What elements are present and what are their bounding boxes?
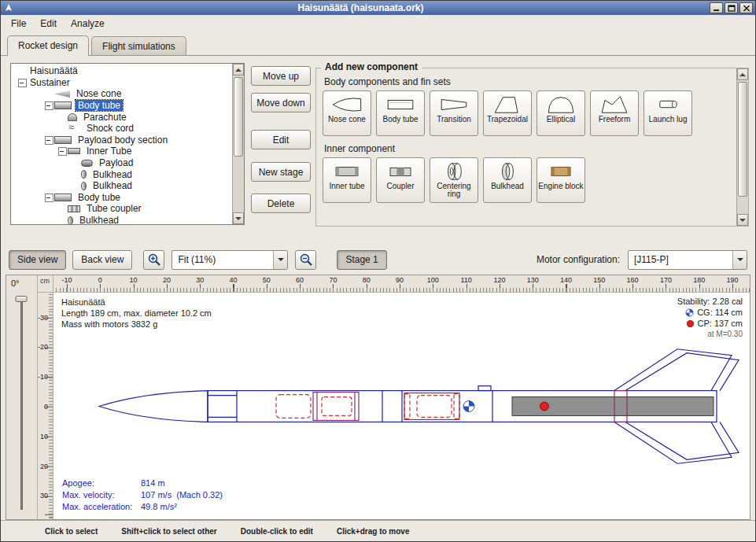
palette-scrollbar[interactable] [736, 68, 748, 226]
tree-item-haisunaata[interactable]: Haisunäätä [11, 65, 232, 77]
scrollbar-thumb[interactable] [738, 82, 747, 197]
maximize-icon [728, 5, 736, 12]
scroll-down-icon[interactable] [233, 212, 244, 224]
tree-item-bulkhead[interactable]: Bulkhead [11, 168, 232, 180]
stability-value: Stability: 2.28 cal [677, 296, 743, 307]
tree-item-nose-cone[interactable]: Nose cone [11, 88, 232, 100]
delete-button[interactable]: Delete [251, 194, 311, 213]
add-bulkhead-button[interactable]: Bulkhead [483, 157, 532, 203]
scrollbar-track[interactable] [233, 76, 244, 212]
h-ruler-label: 190 [726, 276, 738, 284]
tree-expander-icon[interactable] [44, 100, 54, 112]
close-button[interactable] [739, 2, 753, 13]
tree-indent [57, 111, 68, 123]
tab-flight-simulations[interactable]: Flight simulations [91, 36, 186, 55]
add-transition-button[interactable]: Transition [430, 90, 478, 136]
status-hint: Shift+click to select other [121, 527, 216, 536]
add-launch-lug-button[interactable]: Launch lug [644, 90, 692, 136]
v-ruler-label: -10 [38, 373, 48, 381]
tree-item-label: Payload [97, 157, 135, 168]
tree-expander-icon[interactable] [17, 77, 28, 89]
add-inner-tube-button[interactable]: Inner tube [323, 157, 371, 203]
stage-1-button[interactable]: Stage 1 [337, 250, 386, 270]
tree-item-tube-coupler[interactable]: Tube coupler [11, 203, 232, 215]
tree-item-parachute[interactable]: Parachute [11, 111, 232, 123]
zoom-out-button[interactable] [295, 250, 316, 270]
component-tree[interactable]: HaisunäätäSustainerNose coneBody tubePar… [11, 64, 232, 224]
cp-icon [686, 319, 695, 328]
scroll-up-icon[interactable] [737, 68, 748, 80]
zoom-in-button[interactable] [143, 250, 164, 270]
add-trapezoidal-button[interactable]: Trapezoidal [483, 90, 532, 136]
tree-item-inner-tube[interactable]: Inner Tube [11, 146, 232, 157]
title-bar[interactable]: Haisunäätä (haisunaata.ork) [1, 1, 755, 15]
tab-rocket-design[interactable]: Rocket design [7, 35, 89, 56]
add-coupler-button[interactable]: Coupler [376, 157, 425, 203]
motor-configuration-select[interactable]: [J115-P] [628, 250, 747, 270]
tree-item-shock-cord[interactable]: Shock cord [11, 123, 232, 135]
zoom-value: Fit (11%) [172, 251, 273, 269]
tree-item-label: Bulkhead [77, 215, 121, 224]
apogee-value: 814 m [141, 478, 165, 488]
menu-analyze[interactable]: Analyze [64, 16, 112, 31]
tree-item-body-tube[interactable]: Body tube [11, 192, 232, 204]
tree-expander-icon[interactable] [44, 192, 54, 204]
tree-expander-icon[interactable] [57, 146, 68, 157]
tab-label: Rocket design [18, 40, 78, 51]
add-elliptical-button[interactable]: Elliptical [537, 90, 585, 136]
maximize-button[interactable] [725, 2, 738, 13]
menu-bar: File Edit Analyze [1, 15, 755, 31]
freeform-icon [597, 94, 632, 115]
scroll-up-icon[interactable] [233, 64, 244, 76]
design-canvas[interactable]: Haisunäätä Length 189 cm, max. diameter … [53, 293, 750, 519]
menu-edit[interactable]: Edit [33, 16, 64, 31]
zoom-select[interactable]: Fit (11%) [171, 250, 288, 270]
cp-marker [540, 402, 549, 411]
vertical-ruler: -30-20-100102030 [38, 293, 53, 519]
add-nose-cone-button[interactable]: Nose cone [323, 90, 371, 136]
rotation-slider-handle[interactable] [16, 296, 28, 302]
h-ruler-label: 130 [527, 276, 539, 284]
rotation-slider[interactable] [20, 297, 23, 510]
new-stage-button[interactable]: New stage [251, 162, 311, 182]
h-ruler-label: 10 [130, 276, 138, 284]
scrollbar-thumb[interactable] [234, 77, 243, 157]
tree-item-body-tube[interactable]: Body tube [11, 100, 232, 112]
tree-item-bulkhead[interactable]: Bulkhead [11, 215, 232, 224]
h-ruler-label: 70 [329, 276, 337, 284]
scroll-down-icon[interactable] [737, 214, 748, 226]
move-down-button[interactable]: Move down [251, 93, 311, 112]
back-view-button[interactable]: Back view [72, 250, 132, 270]
body-tube-icon [54, 101, 72, 109]
fin-shape [614, 349, 732, 391]
edit-button[interactable]: Edit [251, 130, 311, 149]
scrollbar-track[interactable] [737, 80, 748, 214]
application-window: Haisunäätä (haisunaata.ork) File Edit An… [0, 0, 756, 542]
status-hint: Click to select [45, 527, 98, 536]
add-freeform-button[interactable]: Freeform [590, 90, 639, 136]
h-ruler-label: 160 [627, 276, 639, 284]
side-view-button[interactable]: Side view [9, 250, 66, 270]
move-up-button[interactable]: Move up [251, 66, 311, 86]
cg-icon [685, 308, 694, 317]
tree-item-bulkhead[interactable]: Bulkhead [11, 180, 232, 192]
tree-expander-icon[interactable] [44, 135, 54, 146]
horizontal-ruler: -100102030405060708090100110120130140150… [53, 275, 750, 293]
tree-indent [57, 215, 68, 224]
add-body-tube-button[interactable]: Body tube [376, 90, 425, 136]
tree-item-payload-body-section[interactable]: Payload body section [11, 135, 232, 146]
add-engine-block-button[interactable]: Engine block [537, 157, 585, 203]
tree-item-sustainer[interactable]: Sustainer [11, 77, 232, 89]
rocket-view: 0° cm -100102030405060708090100110120130… [6, 275, 750, 520]
minimize-button[interactable] [710, 2, 723, 13]
elliptical-icon [544, 94, 578, 115]
bulkhead-icon [490, 160, 525, 182]
component-label: Bulkhead [491, 183, 524, 190]
add-centering-ring-button[interactable]: Centering ring [430, 157, 478, 203]
rocket-name: Haisunäätä [61, 297, 212, 308]
tree-scrollbar[interactable] [232, 64, 244, 224]
bulkhead-icon [81, 182, 87, 190]
cg-value: CG: 114 cm [697, 307, 743, 318]
tree-item-payload[interactable]: Payload [11, 157, 232, 169]
menu-file[interactable]: File [4, 16, 33, 31]
